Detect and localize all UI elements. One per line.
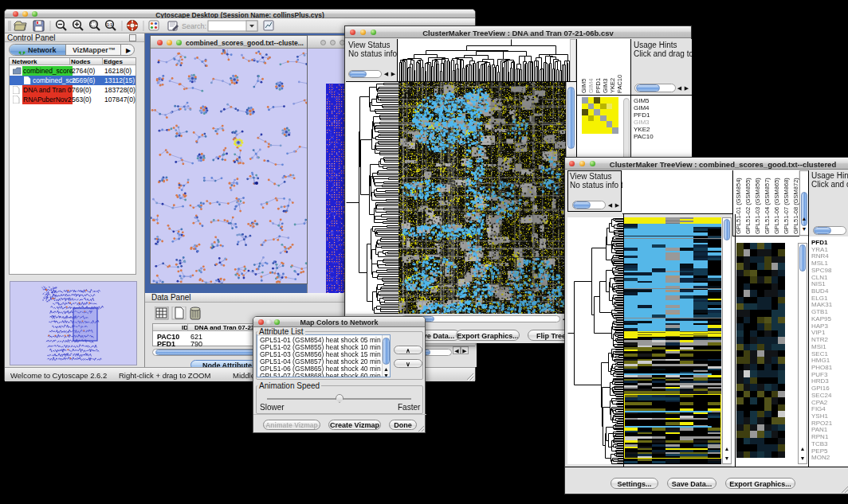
- svg-text:Search:: Search:: [182, 22, 206, 30]
- svg-text:1:1: 1:1: [107, 22, 112, 27]
